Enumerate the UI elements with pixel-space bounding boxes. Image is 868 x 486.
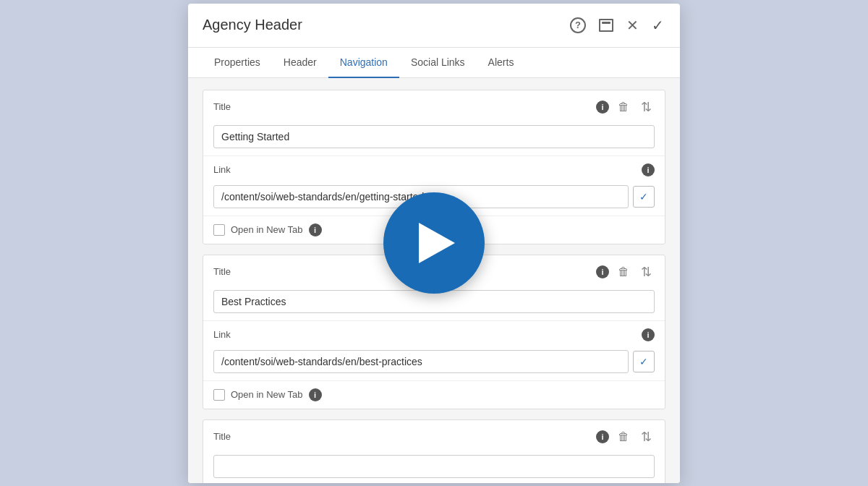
delete-icon: 🗑 (618, 101, 629, 113)
nav-item-1-title-header: Title i 🗑 ⇅ (203, 90, 665, 125)
help-icon: ? (570, 17, 586, 33)
move-icon-2: ⇅ (641, 265, 652, 279)
nav-item-2-link-header: Link i (203, 321, 665, 350)
tab-social-links[interactable]: Social Links (399, 48, 477, 78)
modal-title: Agency Header (203, 17, 569, 33)
nav-item-1-link-label: Link (213, 164, 231, 175)
delete-icon-3: 🗑 (618, 430, 629, 443)
nav-item-2-new-tab-checkbox[interactable] (213, 389, 225, 401)
nav-item-2-new-tab-label: Open in New Tab (231, 389, 303, 400)
nav-item-1-link-header: Link i (203, 156, 665, 185)
nav-item-3-title-input-wrapper (203, 455, 665, 483)
modal-header: Agency Header ? ✕ ✓ (188, 4, 680, 48)
nav-item-2-link-row: ✓ (213, 350, 655, 373)
nav-item-2-link-input[interactable] (213, 350, 629, 373)
nav-item-1-link-info-icon[interactable]: i (642, 163, 655, 176)
close-button[interactable]: ✕ (625, 15, 640, 35)
nav-item-1-title-input[interactable] (213, 125, 655, 148)
nav-item-2-controls: i 🗑 ⇅ (596, 263, 655, 281)
nav-item-2-link-info-icon[interactable]: i (642, 328, 655, 341)
confirm-button[interactable]: ✓ (650, 15, 665, 35)
nav-item-1-title-info-icon[interactable]: i (596, 101, 609, 114)
nav-item-1-new-tab-checkbox[interactable] (213, 224, 225, 236)
expand-icon (599, 19, 613, 32)
nav-item-1-move-button[interactable]: ⇅ (638, 98, 655, 116)
nav-item-2-new-tab-row: Open in New Tab i (203, 381, 665, 409)
nav-item-1-title-label: Title (213, 101, 231, 112)
nav-item-2-delete-button[interactable]: 🗑 (615, 264, 632, 280)
confirm-icon: ✓ (652, 17, 664, 34)
nav-item-3: Title i 🗑 ⇅ (203, 419, 665, 483)
nav-item-3-title-label: Title (213, 431, 231, 442)
nav-item-2-move-button[interactable]: ⇅ (638, 263, 655, 281)
nav-item-2-link-input-wrapper: ✓ (203, 350, 665, 380)
move-icon-3: ⇅ (641, 430, 652, 444)
tab-navigation[interactable]: Navigation (328, 48, 399, 78)
nav-item-2-link-checkbox[interactable]: ✓ (633, 351, 655, 372)
nav-item-1-link-checkbox[interactable]: ✓ (633, 186, 655, 208)
tab-properties[interactable]: Properties (203, 48, 272, 78)
agency-header-modal: Agency Header ? ✕ ✓ Properties Header Na… (188, 4, 680, 483)
nav-item-2-title-info-icon[interactable]: i (596, 265, 609, 278)
help-button[interactable]: ? (569, 16, 587, 35)
nav-item-3-delete-button[interactable]: 🗑 (615, 429, 632, 445)
nav-item-2-new-tab-info-icon[interactable]: i (309, 388, 322, 401)
tab-alerts[interactable]: Alerts (477, 48, 526, 78)
nav-item-1-new-tab-label: Open in New Tab (231, 224, 303, 235)
nav-item-2-title-label: Title (213, 266, 231, 277)
play-button[interactable] (383, 192, 485, 294)
close-icon: ✕ (626, 17, 639, 34)
tab-header[interactable]: Header (272, 48, 328, 78)
nav-item-3-move-button[interactable]: ⇅ (638, 427, 655, 446)
move-icon: ⇅ (641, 100, 652, 114)
nav-item-2-link-label: Link (213, 329, 231, 340)
nav-item-1-new-tab-info-icon[interactable]: i (309, 223, 322, 236)
nav-item-1-title-input-wrapper (203, 125, 665, 155)
modal-header-actions: ? ✕ ✓ (569, 15, 665, 35)
play-triangle-icon (419, 223, 455, 263)
expand-button[interactable] (597, 17, 615, 33)
nav-item-2-title-input-wrapper (203, 290, 665, 320)
nav-item-1-controls: i 🗑 ⇅ (596, 98, 655, 116)
nav-item-3-controls: i 🗑 ⇅ (596, 427, 655, 446)
nav-item-1-delete-button[interactable]: 🗑 (615, 99, 632, 115)
nav-item-3-title-header: Title i 🗑 ⇅ (203, 420, 665, 455)
nav-item-3-title-input[interactable] (213, 455, 655, 478)
delete-icon-2: 🗑 (618, 265, 629, 278)
nav-item-3-title-info-icon[interactable]: i (596, 430, 609, 443)
modal-tabs: Properties Header Navigation Social Link… (188, 48, 680, 78)
